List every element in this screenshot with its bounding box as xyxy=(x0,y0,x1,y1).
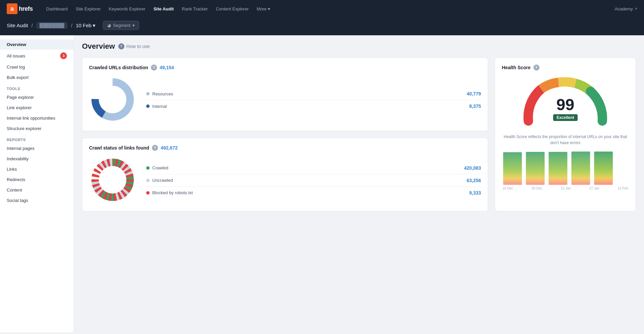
bar-chart-x-labels: 16 Dec 30 Dec 13 Jan 27 Jan 10 Feb xyxy=(502,186,629,190)
nav-site-audit[interactable]: Site Audit xyxy=(154,5,174,13)
bar-label-3: 27 Jan xyxy=(589,186,599,190)
blocked-label: Blocked by robots.txt xyxy=(152,190,193,195)
crawled-urls-card: Crawled URLs distribution ? 49,154 xyxy=(82,57,488,131)
pie-icon: ◕ xyxy=(107,23,111,28)
sidebar-item-content[interactable]: Content xyxy=(0,185,74,195)
tools-section-label: Tools xyxy=(0,83,74,92)
chevron-down-icon: ▾ xyxy=(132,23,135,28)
cards-grid: Crawled URLs distribution ? 49,154 xyxy=(82,57,636,211)
blocked-value[interactable]: 9,333 xyxy=(469,190,481,196)
sidebar-item-structure-explorer[interactable]: Structure explorer xyxy=(0,123,74,134)
nav-academy[interactable]: Academy ↗ xyxy=(615,6,637,11)
health-score-description: Health Score reflects the proportion of … xyxy=(502,134,629,146)
excellent-badge: Excellent xyxy=(553,114,578,121)
crawled-chart-row: Resources 40,779 Internal 8,375 xyxy=(89,76,481,124)
crawled-label: Crawled xyxy=(152,165,168,170)
crawled-urls-title: Crawled URLs distribution xyxy=(89,65,148,70)
sidebar-item-links[interactable]: Links xyxy=(0,164,74,174)
reports-section-label: Reports xyxy=(0,134,74,143)
legend-uncrawled: Uncrawled 63,256 xyxy=(146,174,481,187)
breadcrumb-site-name: ████████ xyxy=(36,22,68,29)
sidebar: Overview All issues 3 Crawl log Bulk exp… xyxy=(0,35,74,332)
internal-label: Internal xyxy=(152,104,167,109)
crawled-donut-chart xyxy=(89,76,136,124)
resources-dot xyxy=(146,92,150,95)
crawled-value[interactable]: 420,083 xyxy=(464,165,481,171)
legend-blocked: Blocked by robots.txt 9,333 xyxy=(146,187,481,199)
top-navigation: a hrefs Dashboard Site Explorer Keywords… xyxy=(0,0,644,17)
segment-button[interactable]: ◕ Segment ▾ xyxy=(103,21,139,30)
issues-badge: 3 xyxy=(60,52,67,59)
health-help-icon[interactable]: ? xyxy=(533,65,539,71)
crawled-legend: Resources 40,779 Internal 8,375 xyxy=(146,88,481,112)
crawl-status-total: 492,672 xyxy=(161,145,178,151)
logo-text: hrefs xyxy=(19,5,33,12)
blocked-dot xyxy=(146,191,150,195)
nav-rank-tracker[interactable]: Rank Tracker xyxy=(182,5,208,13)
breadcrumb-site-audit: Site Audit xyxy=(7,23,28,28)
sidebar-item-link-explorer[interactable]: Link explorer xyxy=(0,102,74,113)
bar-label-2: 13 Jan xyxy=(561,186,571,190)
gauge-chart: 99 Excellent xyxy=(522,77,609,128)
gauge-score: 99 Excellent xyxy=(553,97,578,121)
uncrawled-dot xyxy=(146,179,150,182)
bar-label-0: 16 Dec xyxy=(502,186,513,190)
bar-label-1: 30 Dec xyxy=(532,186,542,190)
crawled-help-icon[interactable]: ? xyxy=(151,65,157,71)
logo[interactable]: a hrefs xyxy=(7,3,33,14)
how-to-use-button[interactable]: ? How to use xyxy=(118,43,150,49)
breadcrumb-date[interactable]: 10 Feb ▾ xyxy=(76,23,95,29)
sidebar-item-redirects[interactable]: Redirects xyxy=(0,174,74,185)
left-column: Crawled URLs distribution ? 49,154 xyxy=(82,57,488,211)
health-title-row: Health Score ? xyxy=(502,65,629,71)
svg-rect-15 xyxy=(594,152,613,185)
crawl-status-card: Crawl status of links found ? 492,672 xyxy=(82,138,488,211)
external-link-icon: ↗ xyxy=(634,7,637,11)
svg-rect-13 xyxy=(549,152,567,185)
crawled-dot xyxy=(146,166,150,170)
breadcrumb-separator: / xyxy=(31,23,33,28)
health-score-number: 99 xyxy=(553,97,578,113)
nav-dashboard[interactable]: Dashboard xyxy=(46,5,68,13)
crawled-urls-total: 49,154 xyxy=(160,65,174,70)
svg-rect-14 xyxy=(571,152,590,185)
sidebar-item-page-explorer[interactable]: Page explorer xyxy=(0,92,74,102)
nav-site-explorer[interactable]: Site Explorer xyxy=(76,5,100,13)
crawl-status-help-icon[interactable]: ? xyxy=(152,145,158,151)
page-title: Overview xyxy=(82,42,115,51)
health-score-title: Health Score xyxy=(502,65,531,70)
nav-content-explorer[interactable]: Content Explorer xyxy=(216,5,249,13)
logo-icon: a xyxy=(7,3,17,14)
svg-rect-12 xyxy=(526,152,545,185)
nav-keywords-explorer[interactable]: Keywords Explorer xyxy=(109,5,146,13)
health-score-card: Health Score ? xyxy=(495,57,636,211)
health-bar-chart: 16 Dec 30 Dec 13 Jan 27 Jan 10 Feb xyxy=(502,151,629,190)
svg-point-6 xyxy=(100,167,125,193)
sidebar-item-crawl-log[interactable]: Crawl log xyxy=(0,62,74,72)
sidebar-item-bulk-export[interactable]: Bulk export xyxy=(0,72,74,83)
sidebar-item-internal-link-opportunities[interactable]: Internal link opportunities xyxy=(0,113,74,123)
legend-crawled: Crawled 420,083 xyxy=(146,162,481,174)
sidebar-item-social-tags[interactable]: Social tags xyxy=(0,195,74,206)
crawl-status-chart-row: Crawled 420,083 Uncrawled 63,256 xyxy=(89,156,481,204)
svg-rect-11 xyxy=(503,152,522,185)
sidebar-item-all-issues[interactable]: All issues 3 xyxy=(0,50,74,62)
legend-resources: Resources 40,779 xyxy=(146,88,481,100)
crawl-status-legend: Crawled 420,083 Uncrawled 63,256 xyxy=(146,162,481,199)
breadcrumb-separator2: / xyxy=(71,23,72,28)
svg-point-2 xyxy=(100,87,125,112)
question-icon: ? xyxy=(118,43,124,49)
sidebar-item-internal-pages[interactable]: Internal pages xyxy=(0,143,74,154)
uncrawled-label: Uncrawled xyxy=(152,178,173,183)
internal-value[interactable]: 8,375 xyxy=(469,103,481,109)
crawl-status-donut xyxy=(89,156,136,204)
legend-internal: Internal 8,375 xyxy=(146,100,481,112)
sidebar-item-indexability[interactable]: Indexability xyxy=(0,154,74,164)
main-layout: Overview All issues 3 Crawl log Bulk exp… xyxy=(0,35,644,332)
resources-value[interactable]: 40,779 xyxy=(467,91,481,96)
breadcrumb-bar: Site Audit / ████████ / 10 Feb ▾ ◕ Segme… xyxy=(0,17,644,35)
uncrawled-value[interactable]: 63,256 xyxy=(467,178,481,183)
content-area: Overview ? How to use Crawled URLs distr… xyxy=(74,35,644,332)
sidebar-item-overview[interactable]: Overview xyxy=(0,39,74,50)
nav-more[interactable]: More ▾ xyxy=(257,5,271,13)
